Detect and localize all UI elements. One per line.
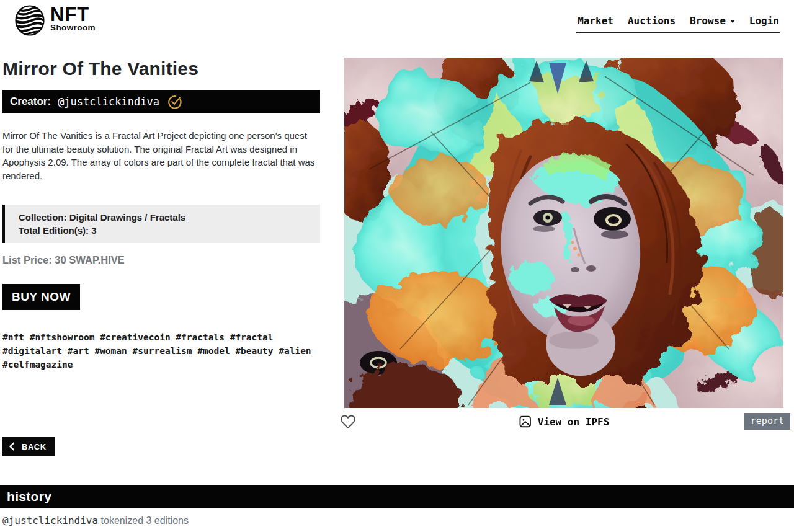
- verified-check-icon: [166, 94, 182, 110]
- history-entry: @justclickindiva tokenized 3 editions: [2, 515, 794, 526]
- report-button[interactable]: report: [744, 413, 790, 430]
- view-on-ipfs-link[interactable]: View on IPFS: [519, 415, 610, 428]
- chevron-left-icon: [9, 442, 15, 451]
- history-heading: history: [7, 489, 51, 504]
- logo-text-showroom: Showroom: [50, 23, 96, 32]
- logo-text-nft: NFT: [50, 6, 96, 23]
- artwork-image[interactable]: [344, 58, 783, 408]
- ipfs-link-label: View on IPFS: [538, 416, 610, 428]
- striped-globe-icon: [15, 5, 45, 38]
- header: NFT Showroom Market Auctions Browse Logi…: [0, 0, 794, 38]
- nft-showroom-logo[interactable]: NFT Showroom: [15, 5, 96, 38]
- main-nav: Market Auctions Browse Login: [576, 5, 780, 33]
- heart-icon: [340, 422, 356, 431]
- creator-handle-link[interactable]: @justclickindiva: [58, 95, 159, 108]
- nav-item-auctions[interactable]: Auctions: [628, 15, 676, 27]
- caret-down-icon: [730, 20, 735, 23]
- collection-info-box: Collection: Digital Drawings / Fractals …: [2, 205, 320, 243]
- main-content: Mirror Of The Vanities Creator: @justcli…: [0, 38, 794, 456]
- collection-line: Collection: Digital Drawings / Fractals: [19, 211, 314, 224]
- creator-label: Creator:: [10, 95, 51, 108]
- buy-now-button[interactable]: BUY NOW: [2, 284, 80, 310]
- history-entry-action: tokenized 3 editions: [101, 515, 189, 526]
- nav-item-market[interactable]: Market: [578, 15, 613, 27]
- logo-wordmark: NFT Showroom: [50, 5, 96, 32]
- back-button-label: BACK: [22, 442, 47, 451]
- back-button[interactable]: BACK: [2, 437, 55, 456]
- nav-item-browse[interactable]: Browse: [690, 15, 735, 27]
- artwork-details-panel: Mirror Of The Vanities Creator: @justcli…: [2, 58, 320, 456]
- editions-line: Total Edition(s): 3: [19, 224, 314, 237]
- history-entry-user[interactable]: @justclickindiva: [2, 515, 98, 526]
- history-section: history @justclickindiva tokenized 3 edi…: [0, 485, 794, 526]
- creator-bar: Creator: @justclickindiva: [2, 90, 320, 113]
- artwork-media-panel: View on IPFS report: [344, 58, 783, 456]
- favorite-button[interactable]: [340, 414, 356, 429]
- image-icon: [519, 415, 532, 428]
- history-header-bar: history: [0, 485, 794, 508]
- artwork-title: Mirror Of The Vanities: [2, 58, 320, 79]
- hashtags[interactable]: #nft #nftshowroom #creativecoin #fractal…: [2, 330, 320, 371]
- nav-item-login[interactable]: Login: [749, 15, 779, 27]
- list-price: List Price: 30 SWAP.HIVE: [2, 254, 320, 266]
- artwork-description: Mirror Of The Vanities is a Fractal Art …: [2, 129, 318, 182]
- artwork-action-bar: View on IPFS report: [344, 414, 783, 432]
